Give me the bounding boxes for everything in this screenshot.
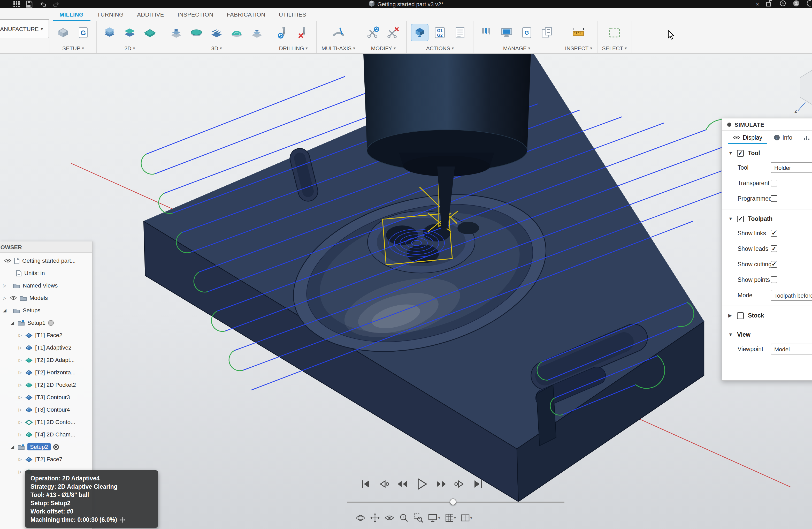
display-settings-icon[interactable]: ▾ [428,514,440,522]
pan-icon[interactable] [370,513,380,523]
previous-operation-button[interactable] [396,478,408,490]
play-button[interactable] [415,477,429,491]
viewpoint-dropdown[interactable]: Model [771,344,812,355]
collapse-icon[interactable]: ▼ [728,216,733,221]
tool-dropdown[interactable]: Holder [771,162,812,173]
simulate-icon[interactable] [411,24,428,41]
group-label-drilling[interactable]: DRILLING [279,44,308,52]
section-toolpath[interactable]: ▼ Toolpath [722,212,812,226]
drill-delete-icon[interactable] [295,24,312,41]
group-label-3d[interactable]: 3D [212,44,222,52]
machine-library-icon[interactable] [498,24,515,41]
expand-icon[interactable]: ▷ [18,395,23,399]
expand-icon[interactable]: ▷ [18,345,23,350]
show-cutting-checkbox[interactable] [771,261,777,268]
swarf-icon[interactable] [330,24,347,41]
expand-icon[interactable]: ▷ [18,382,23,387]
tree-item-named-views[interactable]: ▷ Named Views [0,279,92,292]
tab-display[interactable]: Display [728,131,767,144]
tree-item-units[interactable]: Units: in [0,267,92,279]
zoom-window-icon[interactable] [414,513,423,523]
redo-icon[interactable] [53,1,60,8]
group-label-inspect[interactable]: INSPECT [565,44,592,52]
group-label-multi-axis[interactable]: MULTI-AXIS [321,44,355,52]
morph-icon[interactable] [229,24,245,41]
window-select-icon[interactable] [606,24,623,41]
mode-dropdown[interactable]: Toolpath before [771,290,812,301]
viewports-icon[interactable]: ▾ [461,514,472,522]
job-status-icon[interactable] [780,0,786,9]
tree-item-document[interactable]: Getting started part... [0,254,92,267]
tool-library-icon[interactable] [478,24,495,41]
post-process-icon[interactable]: G [75,24,91,41]
transparent-checkbox[interactable] [771,180,777,186]
browser-panel-title[interactable]: BROWSER [0,242,92,253]
tab-info[interactable]: i Info [769,131,797,144]
g1g2-generate-icon[interactable]: G1G2 [432,24,448,41]
save-icon[interactable] [26,1,33,8]
adaptive-clearing-icon[interactable] [168,24,185,41]
tree-item-operation[interactable]: ▷ [T2] Face7 [0,453,92,466]
spiral-icon[interactable] [249,24,265,41]
new-setup-icon[interactable] [55,24,71,41]
expand-icon[interactable]: ▷ [2,283,7,288]
drag-handle-icon[interactable] [727,122,731,126]
undo-icon[interactable] [39,1,46,8]
tree-item-operation[interactable]: ▷ [T1] 2D Conto... [0,416,92,428]
tree-item-operation[interactable]: ▷ [T2] 2D Pocket2 [0,378,92,391]
toolpath-section-checkbox[interactable] [737,215,744,222]
section-stock[interactable]: ▶ Stock [722,309,812,322]
fast-forward-button[interactable] [435,478,448,490]
expand-icon[interactable]: ▷ [18,333,23,338]
collapse-icon[interactable]: ◢ [10,320,15,325]
parallel-icon[interactable] [208,24,225,41]
account-icon[interactable] [793,0,800,9]
tree-item-setup2[interactable]: ◢ Setup2 [0,441,92,453]
tab-inspection[interactable]: INSPECTION [171,8,220,21]
show-points-checkbox[interactable] [771,276,777,283]
tree-item-models[interactable]: ▷ Models [0,292,92,304]
section-view[interactable]: ▼ View [722,328,812,341]
collapse-icon[interactable]: ▼ [728,332,733,337]
stock-section-checkbox[interactable] [737,312,744,319]
tab-fabrication[interactable]: FABRICATION [220,8,272,21]
expand-icon[interactable]: ▷ [18,469,23,474]
simulate-dialog-header[interactable]: SIMULATE [722,118,812,131]
tab-utilities[interactable]: UTILITIES [272,8,313,21]
drill-cycle-icon[interactable] [275,24,291,41]
zoom-icon[interactable] [399,513,409,523]
next-operation-button[interactable] [454,478,466,490]
tool-section-checkbox[interactable] [737,150,744,156]
close-icon[interactable]: × [756,1,759,7]
look-at-icon[interactable] [385,515,394,521]
trim-delete-icon[interactable] [385,24,402,41]
group-label-manage[interactable]: MANAGE [503,44,530,52]
apps-grid-icon[interactable] [13,1,20,7]
timeline-slider-thumb[interactable] [450,499,456,505]
tree-item-setup1[interactable]: ◢ Setup1 [0,316,92,329]
expand-icon[interactable]: ▷ [18,370,23,375]
tab-turning[interactable]: TURNING [90,8,130,21]
show-links-checkbox[interactable] [771,230,777,237]
group-label-select[interactable]: SELECT [602,44,627,52]
templates-icon[interactable] [539,24,555,41]
go-to-end-button[interactable] [473,478,484,490]
tab-milling[interactable]: MILLING [53,8,90,21]
measure-icon[interactable] [570,24,587,41]
3d-viewport[interactable]: z BROWSER Getting started part... Units:… [0,54,812,529]
2d-adaptive-icon[interactable] [101,24,118,41]
tree-item-operation[interactable]: ▷ [T4] 2D Cham... [0,428,92,441]
group-label-2d[interactable]: 2D [125,44,135,52]
collapse-icon[interactable]: ◢ [2,308,7,313]
tree-item-operation[interactable]: ▷ [T3] Contour4 [0,403,92,416]
tree-item-operation[interactable]: ▷ [T2] Horizonta... [0,366,92,378]
collapse-icon[interactable]: ◢ [10,444,15,449]
tree-item-operation[interactable]: ▷ [T2] 2D Adapt... [0,354,92,366]
group-label-actions[interactable]: ACTIONS [426,44,454,52]
post-library-icon[interactable]: G [519,24,535,41]
profile-partial-icon[interactable] [806,0,811,9]
tab-statistics[interactable]: Statistics [799,131,812,144]
grid-snaps-icon[interactable]: ▾ [445,514,456,522]
orbit-icon[interactable] [356,513,365,523]
tab-additive[interactable]: ADDITIVE [130,8,171,21]
